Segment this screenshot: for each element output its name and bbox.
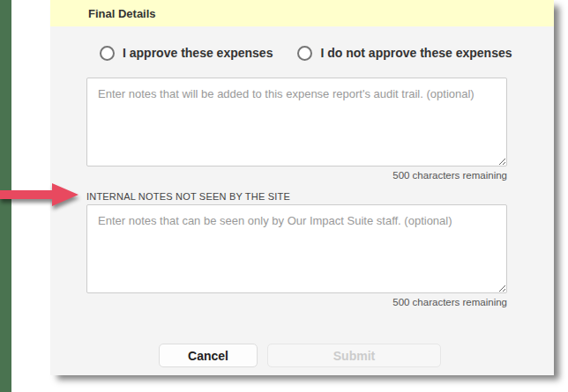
- approval-radio-group: I approve these expenses I do not approv…: [86, 45, 543, 61]
- not-approve-radio-label: I do not approve these expenses: [320, 46, 512, 60]
- audit-notes-char-count: 500 characters remaining: [86, 170, 507, 181]
- internal-notes-label: INTERNAL NOTES NOT SEEN BY THE SITE: [86, 191, 543, 202]
- not-approve-radio[interactable]: [297, 46, 312, 61]
- dialog-header: Final Details: [50, 0, 554, 26]
- page-left-strip: [0, 0, 11, 392]
- not-approve-radio-option[interactable]: I do not approve these expenses: [297, 46, 512, 61]
- approve-radio-option[interactable]: I approve these expenses: [100, 46, 273, 61]
- audit-trail-notes-input[interactable]: [86, 78, 507, 166]
- submit-button[interactable]: Submit: [267, 344, 441, 367]
- dialog-title: Final Details: [88, 7, 156, 20]
- dialog-content: I approve these expenses I do not approv…: [50, 45, 543, 367]
- final-details-dialog: Final Details I approve these expenses I…: [50, 0, 554, 375]
- approve-radio-label: I approve these expenses: [123, 46, 273, 60]
- dialog-button-row: Cancel Submit: [86, 344, 543, 367]
- cancel-button[interactable]: Cancel: [159, 344, 258, 367]
- internal-notes-char-count: 500 characters remaining: [86, 297, 507, 308]
- internal-notes-input[interactable]: [86, 204, 507, 293]
- approve-radio[interactable]: [100, 46, 115, 61]
